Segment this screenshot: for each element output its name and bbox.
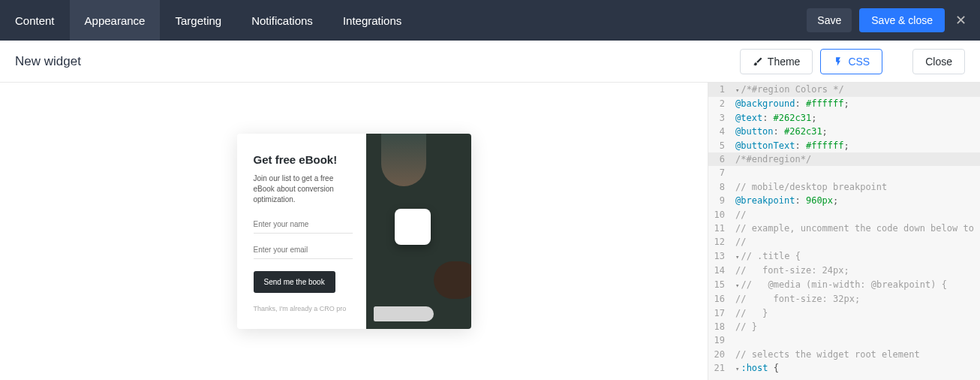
code-line[interactable]: 14// font-size: 24px; [708,264,980,277]
code-line[interactable]: 7 [708,166,980,179]
code-line[interactable]: 2@background: #ffffff; [708,97,980,110]
page-title: New widget [15,54,81,69]
line-number: 7 [708,166,731,179]
code-line[interactable]: 19 [708,333,980,347]
brush-icon [753,56,763,67]
code-content: ▾// .title { [731,249,980,264]
line-number: 10 [708,208,731,222]
code-line[interactable]: 13▾// .title { [708,249,980,264]
code-content: @buttonText: #ffffff; [731,139,980,152]
image-hand-icon [381,134,426,186]
code-content: ▾:host { [731,361,980,375]
nav-tabs: ContentAppearanceTargetingNotificationsI… [0,0,416,41]
top-nav: ContentAppearanceTargetingNotificationsI… [0,0,980,41]
line-number: 16 [708,292,731,306]
code-editor[interactable]: 1▾/*#region Colors */2@background: #ffff… [708,83,980,380]
image-device-icon [395,209,431,245]
widget-form: Get free eBook! Join our list to get a f… [237,134,366,329]
line-number: 1 [708,83,731,97]
nav-tab-targeting[interactable]: Targeting [160,0,236,41]
line-number: 9 [708,194,731,207]
code-content: // font-size: 32px; [731,292,980,306]
image-object-icon [374,306,434,321]
line-number: 8 [708,180,731,194]
code-content: // mobile/desktop breakpoint [731,180,980,194]
widget-footer-link[interactable]: Thanks, I'm already a CRO pro [254,305,353,312]
code-content: @text: #262c31; [731,111,980,125]
code-content: // } [731,320,980,333]
fold-icon[interactable]: ▾ [735,282,739,289]
code-content: // selects the widget root element [731,348,980,361]
widget-email-input[interactable] [254,241,353,259]
line-number: 4 [708,125,731,138]
widget-name-input[interactable] [254,216,353,234]
nav-tab-notifications[interactable]: Notifications [236,0,328,41]
fold-icon[interactable]: ▾ [735,253,739,261]
code-line[interactable]: 3@text: #262c31; [708,111,980,125]
css-button[interactable]: CSS [820,49,882,74]
close-icon[interactable]: ✕ [952,12,969,29]
code-line[interactable]: 17// } [708,306,980,320]
widget-preview: Get free eBook! Join our list to get a f… [237,134,471,329]
line-number: 19 [708,333,731,347]
code-line[interactable]: 4@button: #262c31; [708,125,980,138]
code-content: ▾// @media (min-width: @breakpoint) { [731,278,980,292]
line-number: 21 [708,361,731,375]
code-content: /*#endregion*/ [731,152,980,166]
line-number: 20 [708,348,731,361]
theme-button[interactable]: Theme [740,49,813,74]
save-close-button[interactable]: Save & close [859,8,945,32]
code-line[interactable]: 11// example, uncomment the code down be… [708,222,980,235]
line-number: 6 [708,152,731,166]
code-content: @breakpoint: 960px; [731,194,980,207]
code-line[interactable]: 20// selects the widget root element [708,348,980,361]
nav-tab-appearance[interactable]: Appearance [70,0,161,41]
code-line[interactable]: 12// [708,235,980,249]
code-line[interactable]: 15▾// @media (min-width: @breakpoint) { [708,278,980,292]
fold-icon[interactable]: ▾ [735,86,739,94]
code-content: // } [731,306,980,320]
line-number: 15 [708,278,731,292]
line-number: 14 [708,264,731,277]
preview-canvas: Get free eBook! Join our list to get a f… [0,83,708,380]
theme-button-label: Theme [768,56,801,68]
line-number: 3 [708,111,731,125]
save-button[interactable]: Save [807,8,852,32]
code-content: // [731,235,980,249]
code-content: @button: #262c31; [731,125,980,138]
code-line[interactable]: 18// } [708,320,980,333]
line-number: 13 [708,249,731,264]
fold-icon[interactable]: ▾ [735,365,739,372]
code-content [731,166,980,179]
code-line[interactable]: 1▾/*#region Colors */ [708,83,980,97]
code-line[interactable]: 8// mobile/desktop breakpoint [708,180,980,194]
close-panel-button[interactable]: Close [912,49,965,74]
code-line[interactable]: 16// font-size: 32px; [708,292,980,306]
code-line[interactable]: 6/*#endregion*/ [708,152,980,166]
css-button-label: CSS [848,56,870,68]
code-content: // example, uncomment the code down belo… [731,222,980,235]
code-line[interactable]: 21▾:host { [708,361,980,375]
code-content: // font-size: 24px; [731,264,980,277]
widget-title: Get free eBook! [254,153,353,166]
nav-tab-content[interactable]: Content [0,0,70,41]
code-content [731,333,980,347]
code-content: @background: #ffffff; [731,97,980,110]
subheader-actions: Theme CSS Close [740,49,965,74]
widget-cta-button[interactable]: Send me the book [254,271,335,293]
code-line[interactable]: 10// [708,208,980,222]
line-number: 17 [708,306,731,320]
widget-description: Join our list to get a free eBook about … [254,173,353,205]
workspace: Get free eBook! Join our list to get a f… [0,83,980,380]
subheader: New widget Theme CSS Close [0,41,980,83]
widget-image [366,134,471,329]
image-hand2-icon [434,261,471,299]
line-number: 12 [708,235,731,249]
code-content: // [731,208,980,222]
code-line[interactable]: 5@buttonText: #ffffff; [708,139,980,152]
code-line[interactable]: 9@breakpoint: 960px; [708,194,980,207]
nav-actions: Save Save & close ✕ [807,8,980,32]
bolt-icon [833,56,843,67]
line-number: 11 [708,222,731,235]
nav-tab-integrations[interactable]: Integrations [328,0,416,41]
